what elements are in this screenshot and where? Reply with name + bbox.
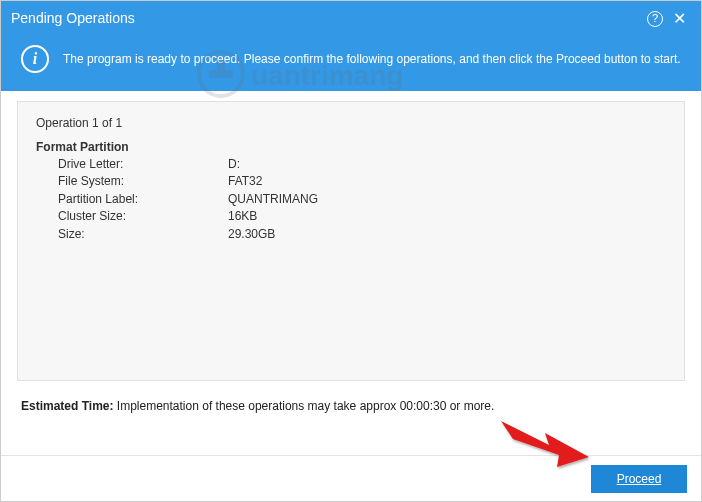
operation-count: Operation 1 of 1 [36,116,666,130]
operation-details: Drive Letter: D: File System: FAT32 Part… [36,156,666,243]
op-row: Cluster Size: 16KB [58,208,666,225]
estimate-text: Implementation of these operations may t… [117,399,495,413]
info-icon: i [21,45,49,73]
op-key: Cluster Size: [58,208,228,225]
content-area: Operation 1 of 1 Format Partition Drive … [1,91,701,381]
op-key: Size: [58,226,228,243]
op-row: Partition Label: QUANTRIMANG [58,191,666,208]
estimate-label: Estimated Time: [21,399,113,413]
op-value: 29.30GB [228,226,275,243]
help-icon[interactable]: ? [643,9,667,27]
op-key: Partition Label: [58,191,228,208]
window-title: Pending Operations [11,10,643,26]
op-row: Size: 29.30GB [58,226,666,243]
op-value: FAT32 [228,173,262,190]
button-bar: Proceed [1,455,701,501]
op-row: File System: FAT32 [58,173,666,190]
info-text: The program is ready to proceed. Please … [63,50,681,68]
op-value: D: [228,156,240,173]
estimated-time: Estimated Time: Implementation of these … [1,381,701,413]
title-bar: Pending Operations ? ✕ [1,1,701,35]
proceed-button[interactable]: Proceed [591,465,687,493]
op-key: Drive Letter: [58,156,228,173]
operations-panel: Operation 1 of 1 Format Partition Drive … [17,101,685,381]
op-value: QUANTRIMANG [228,191,318,208]
operation-title: Format Partition [36,140,666,154]
op-value: 16KB [228,208,257,225]
info-banner: i The program is ready to proceed. Pleas… [1,35,701,91]
op-row: Drive Letter: D: [58,156,666,173]
op-key: File System: [58,173,228,190]
close-icon[interactable]: ✕ [667,9,691,28]
